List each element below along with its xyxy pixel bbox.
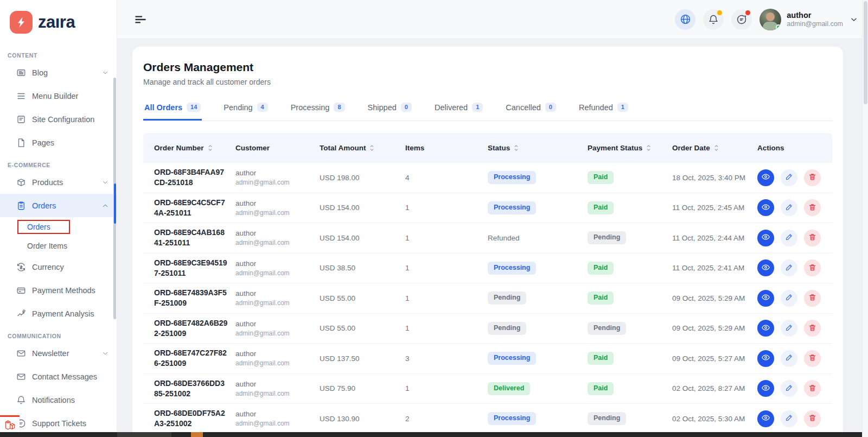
edit-order-button[interactable] [781,350,797,367]
tab-all-orders[interactable]: All Orders14 [143,98,202,121]
sidebar-item-currency[interactable]: Currency [0,255,117,278]
column-header-order-number[interactable]: Order Number [154,144,235,152]
sidebar-toggle-button[interactable] [131,10,150,29]
customer-cell: author admin@gmail.com [235,229,320,246]
view-order-button[interactable] [757,350,774,367]
edit-order-button[interactable] [781,290,797,307]
sidebar-submenu: OrdersOrder Items [0,217,117,255]
sidebar-item-notifications[interactable]: Notifications [0,388,117,411]
view-order-button[interactable] [757,380,774,397]
payment-status-cell: Paid [588,262,672,275]
tab-delivered[interactable]: Delivered1 [433,98,484,121]
laravel-debugbar-toggle[interactable] [0,415,20,433]
delete-order-button[interactable] [804,230,821,246]
items-count: 1 [405,234,488,242]
delete-order-button[interactable] [804,259,821,276]
edit-order-button[interactable] [781,410,797,427]
actions-cell [757,320,832,337]
notifications-button[interactable] [703,9,724,30]
edit-order-button[interactable] [781,169,797,186]
eye-icon [761,172,770,183]
order-date: 02 Oct, 2025, 5:30 AM [672,415,757,423]
tab-cancelled[interactable]: Cancelled0 [505,98,557,121]
view-order-button[interactable] [757,199,774,216]
sidebar-subitem-order-items[interactable]: Order Items [0,236,117,255]
delete-order-button[interactable] [804,290,821,307]
column-header-status[interactable]: Status [488,144,588,152]
edit-order-button[interactable] [781,199,797,216]
sidebar-item-site-configuration[interactable]: Site Configuration [0,107,117,131]
sidebar-item-contact-messages[interactable]: Contact Messages [0,365,117,388]
tab-shipped[interactable]: Shipped0 [367,98,413,121]
page-scrollbar-thumb[interactable] [864,1,867,104]
customer-name: author [235,380,320,388]
sidebar-item-orders[interactable]: Orders [0,194,117,217]
trash-icon [808,203,816,213]
language-button[interactable] [675,9,695,30]
edit-order-button[interactable] [781,230,797,246]
column-header-total-amount[interactable]: Total Amount [320,144,405,152]
debugbar-strip[interactable] [0,432,868,437]
sidebar-item-label: Pages [32,138,54,147]
edit-order-button[interactable] [781,320,797,337]
tab-label: Processing [291,103,330,112]
tab-pending[interactable]: Pending4 [222,98,269,121]
delete-order-button[interactable] [804,169,821,186]
column-header-payment-status[interactable]: Payment Status [588,144,672,152]
delete-order-button[interactable] [804,410,821,427]
delete-order-button[interactable] [804,320,821,337]
tab-processing[interactable]: Processing8 [290,98,346,121]
delete-order-button[interactable] [804,199,821,216]
page-scrollbar[interactable] [862,0,868,437]
chevron-down-icon [101,179,109,186]
sidebar-item-payment-methods[interactable]: Payment Methods [0,278,117,302]
view-order-button[interactable] [757,259,774,276]
trash-icon [808,293,816,303]
total-amount: USD 154.00 [320,234,405,242]
trash-icon [808,233,816,243]
payment-status-cell: Paid [588,171,672,184]
customer-name: author [235,289,320,297]
messages-button[interactable] [731,9,752,30]
sidebar-item-blog[interactable]: Blog [0,61,117,84]
table-row: ORD-68E9C3E945197-251011 author admin@gm… [143,254,832,284]
view-order-button[interactable] [757,169,774,186]
edit-order-button[interactable] [781,380,797,397]
sort-icon [207,144,213,151]
order-number: ORD-68E747C27F826-251009 [154,348,235,369]
status-badge: Pending [588,231,626,244]
sidebar-item-label: Orders [32,201,56,210]
sidebar-item-label: Contact Messages [32,372,97,381]
sidebar-item-products[interactable]: Products [0,170,117,194]
bell-icon [708,14,719,25]
total-amount: USD 55.00 [320,324,405,332]
column-header-order-date[interactable]: Order Date [672,144,757,152]
user-menu[interactable]: author admin@gmail.com [760,9,858,30]
trash-icon [808,414,816,423]
edit-order-button[interactable] [781,259,797,276]
view-order-button[interactable] [757,290,774,307]
order-number: ORD-68E9C4AB16841-251011 [154,227,235,248]
total-amount: USD 55.00 [320,294,405,302]
delete-order-button[interactable] [804,350,821,367]
view-order-button[interactable] [757,320,774,337]
table-row: ORD-68E9C4C5CF74A-251011 author admin@gm… [143,193,832,224]
sidebar-item-newsletter[interactable]: Newsletter [0,341,117,365]
view-order-button[interactable] [757,410,774,427]
view-order-button[interactable] [757,230,774,246]
tab-refunded[interactable]: Refunded1 [578,98,629,121]
customer-cell: author admin@gmail.com [235,289,320,307]
sidebar-item-payment-analysis[interactable]: Payment Analysis [0,302,117,325]
delete-order-button[interactable] [804,380,821,397]
sidebar-item-label: Newsletter [32,349,69,358]
eye-icon [761,202,770,213]
column-header-items: Items [405,144,488,152]
sidebar-item-menu-builder[interactable]: Menu Builder [0,84,117,107]
brand[interactable]: zaıra [0,0,117,42]
sidebar-subitem-orders[interactable]: Orders [0,217,117,236]
sidebar-item-label: Payment Analysis [32,309,94,318]
sidebar-item-pages[interactable]: Pages [0,131,117,154]
total-amount: USD 137.50 [320,354,405,363]
notifications-icon [16,395,26,405]
items-count: 1 [405,294,488,302]
